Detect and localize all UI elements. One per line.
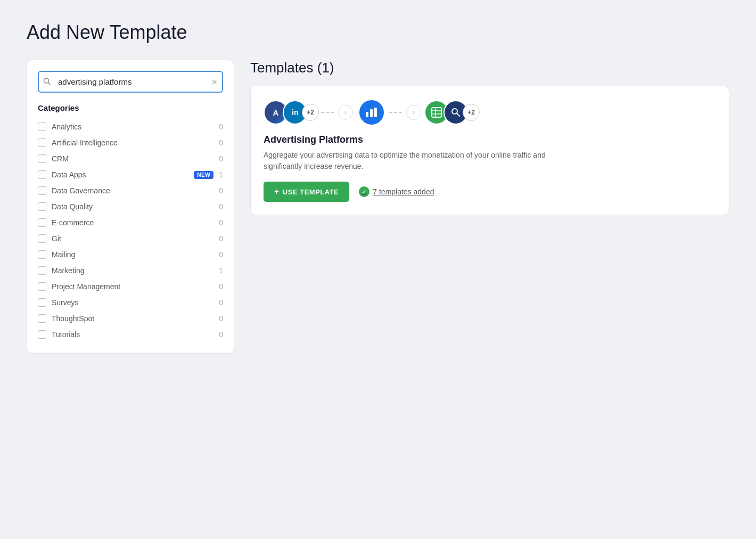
plus-icon: + xyxy=(274,187,280,197)
arrow-right-icon: › xyxy=(338,105,353,120)
category-count: 0 xyxy=(219,250,223,259)
category-checkbox[interactable] xyxy=(38,282,46,291)
list-item[interactable]: E-commerce 0 xyxy=(38,215,223,231)
category-checkbox[interactable] xyxy=(38,218,46,227)
category-checkbox[interactable] xyxy=(38,186,46,195)
svg-rect-5 xyxy=(374,108,377,117)
list-item[interactable]: ThoughtSpot 0 xyxy=(38,311,223,326)
source-icons: A in +2 xyxy=(264,100,319,125)
category-count: 0 xyxy=(219,330,223,339)
dest-more-icon: +2 xyxy=(463,104,480,121)
svg-line-11 xyxy=(457,113,459,116)
arrow-right-icon-2: › xyxy=(406,105,421,120)
category-label: CRM xyxy=(52,154,213,163)
template-icons-row: A in +2 › xyxy=(264,99,716,126)
check-icon: ✓ xyxy=(359,186,369,197)
category-label: Surveys xyxy=(52,298,213,307)
new-badge: NEW xyxy=(194,171,213,179)
connector-line-right xyxy=(389,112,402,113)
list-item[interactable]: Data Quality 0 xyxy=(38,199,223,215)
templates-added-text: 7 templates added xyxy=(373,187,434,196)
category-count: 0 xyxy=(219,314,223,323)
list-item[interactable]: CRM 0 xyxy=(38,151,223,167)
category-checkbox[interactable] xyxy=(38,170,46,179)
category-count: 0 xyxy=(219,154,223,163)
category-count: 0 xyxy=(219,234,223,243)
search-input[interactable] xyxy=(38,71,223,93)
category-count: 0 xyxy=(219,218,223,227)
analytics-icon xyxy=(358,99,385,126)
svg-rect-3 xyxy=(366,112,368,117)
svg-rect-6 xyxy=(432,108,441,117)
category-count: 1 xyxy=(219,170,223,179)
category-count: 0 xyxy=(219,186,223,195)
category-label: Git xyxy=(52,234,213,243)
use-template-button[interactable]: + USE TEMPLATE xyxy=(264,182,349,202)
category-label: Project Management xyxy=(52,282,213,291)
category-checkbox[interactable] xyxy=(38,154,46,163)
category-label: Mailing xyxy=(52,250,213,259)
use-template-label: USE TEMPLATE xyxy=(283,188,339,196)
template-card: A in +2 › xyxy=(250,86,729,215)
svg-text:in: in xyxy=(292,108,298,117)
categories-heading: Categories xyxy=(38,103,223,112)
category-label: Tutorials xyxy=(52,330,213,339)
list-item[interactable]: Tutorials 0 xyxy=(38,326,223,342)
category-checkbox[interactable] xyxy=(38,202,46,211)
category-count: 0 xyxy=(219,138,223,147)
category-label: Data Quality xyxy=(52,202,213,211)
dest-icons: +2 xyxy=(424,100,480,125)
svg-line-1 xyxy=(48,83,51,85)
category-checkbox[interactable] xyxy=(38,234,46,243)
category-checkbox[interactable] xyxy=(38,298,46,307)
svg-rect-4 xyxy=(370,109,373,117)
category-label: Marketing xyxy=(52,266,213,275)
category-count: 0 xyxy=(219,202,223,211)
left-panel: ✕ Categories Analytics 0 Artificial Inte… xyxy=(27,60,234,354)
category-count: 1 xyxy=(219,266,223,275)
category-checkbox[interactable] xyxy=(38,314,46,323)
templates-heading: Templates (1) xyxy=(250,60,729,76)
category-label: Data Apps xyxy=(52,170,188,179)
category-label: Artificial Intelligence xyxy=(52,138,213,147)
list-item[interactable]: Git 0 xyxy=(38,231,223,247)
category-checkbox[interactable] xyxy=(38,123,46,131)
list-item[interactable]: Surveys 0 xyxy=(38,295,223,311)
list-item[interactable]: Data Apps NEW 1 xyxy=(38,167,223,183)
category-label: ThoughtSpot xyxy=(52,314,213,323)
search-wrapper: ✕ xyxy=(38,71,223,93)
list-item[interactable]: Artificial Intelligence 0 xyxy=(38,135,223,151)
category-checkbox[interactable] xyxy=(38,250,46,259)
list-item[interactable]: Marketing 1 xyxy=(38,263,223,279)
category-count: 0 xyxy=(219,298,223,307)
template-actions: + USE TEMPLATE ✓ 7 templates added xyxy=(264,182,716,202)
category-list: Analytics 0 Artificial Intelligence 0 CR… xyxy=(38,119,223,342)
category-checkbox[interactable] xyxy=(38,266,46,275)
template-description: Aggregate your advertising data to optim… xyxy=(264,150,583,172)
templates-added-link[interactable]: ✓ 7 templates added xyxy=(359,186,434,197)
category-checkbox[interactable] xyxy=(38,330,46,339)
main-layout: ✕ Categories Analytics 0 Artificial Inte… xyxy=(27,60,729,354)
source-more-icon: +2 xyxy=(302,104,319,121)
right-panel: Templates (1) A in +2 › xyxy=(250,60,729,215)
category-checkbox[interactable] xyxy=(38,138,46,147)
category-label: Data Governance xyxy=(52,186,213,195)
search-icon xyxy=(43,77,51,86)
category-count: 0 xyxy=(219,123,223,131)
page-title: Add New Template xyxy=(27,21,729,44)
category-label: Analytics xyxy=(52,123,213,131)
category-count: 0 xyxy=(219,282,223,291)
template-name: Advertising Platforms xyxy=(264,134,716,145)
list-item[interactable]: Mailing 0 xyxy=(38,247,223,263)
list-item[interactable]: Data Governance 0 xyxy=(38,183,223,199)
connector-line-left xyxy=(321,112,334,113)
clear-search-icon[interactable]: ✕ xyxy=(211,78,218,86)
list-item[interactable]: Analytics 0 xyxy=(38,119,223,135)
list-item[interactable]: Project Management 0 xyxy=(38,279,223,295)
category-label: E-commerce xyxy=(52,218,213,227)
